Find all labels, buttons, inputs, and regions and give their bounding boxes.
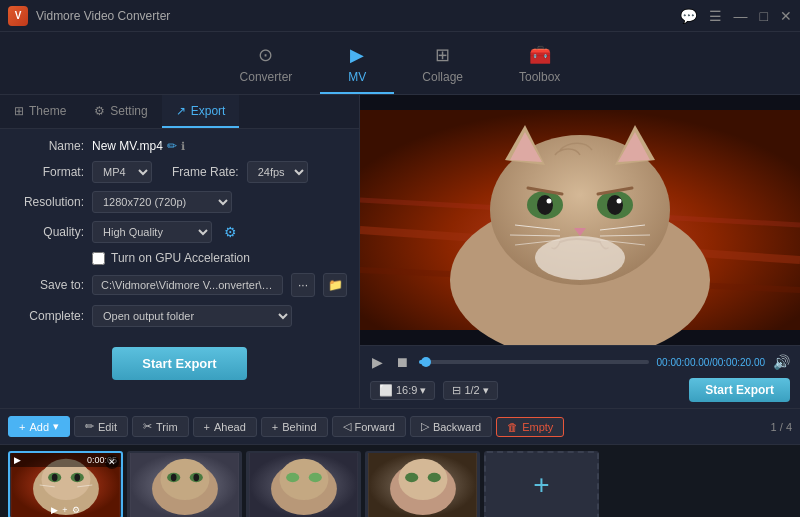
svg-point-16 [617,199,622,204]
start-export-left-button[interactable]: Start Export [112,347,246,380]
clip-1-play-icon[interactable]: ▶ [51,505,58,515]
scale-button[interactable]: ⊟ 1/2 ▾ [443,381,497,400]
svg-point-34 [74,473,80,481]
edit-label: Edit [98,421,117,433]
empty-label: Empty [522,421,553,433]
stop-button[interactable]: ⏹ [393,352,411,372]
maximize-icon[interactable]: □ [760,8,768,24]
forward-label: Forward [355,421,395,433]
edit-button[interactable]: ✏ Edit [74,416,128,437]
empty-button[interactable]: 🗑 Empty [496,417,564,437]
trim-icon: ✂ [143,420,152,433]
add-clip-button[interactable]: + [484,451,599,518]
quality-select[interactable]: High Quality Medium Quality Low Quality [92,221,212,243]
time-total: 00:00:20.00 [712,357,765,368]
save-path-display: C:\Vidmore\Vidmore V...onverter\MV Expor… [92,275,283,295]
play-button[interactable]: ▶ [370,352,385,372]
svg-point-44 [193,473,199,481]
backward-button[interactable]: ▷ Backward [410,416,492,437]
svg-point-33 [52,473,58,481]
clip-1-icon: ▶ [14,455,21,465]
clip-1-controls: ▶ + ⚙ [10,505,121,515]
saveto-folder-btn[interactable]: 📁 [323,273,347,297]
gpu-label: Turn on GPU Acceleration [111,251,250,265]
tab-export[interactable]: ↗ Export [162,95,240,128]
export-tab-icon: ↗ [176,104,186,118]
svg-point-13 [537,195,553,215]
add-chevron: ▾ [53,420,59,433]
resolution-select[interactable]: 1280x720 (720p) 1920x1080 (1080p) 854x48… [92,191,232,213]
edit-icon: ✏ [85,420,94,433]
format-select[interactable]: MP4 AVI MOV [92,161,152,183]
svg-point-14 [607,195,623,215]
progress-bar[interactable] [419,360,649,364]
forward-icon: ◁ [343,420,351,433]
titlebar: V Vidmore Video Converter 💬 ☰ — □ ✕ [0,0,800,32]
tab-theme[interactable]: ⊞ Theme [0,95,80,128]
minimize-icon[interactable]: — [734,8,748,24]
tab-export-label: Export [191,104,226,118]
add-label: Add [29,421,49,433]
backward-label: Backward [433,421,481,433]
ratio-chevron: ▾ [420,384,426,397]
message-icon[interactable]: 💬 [680,8,697,24]
clip-2[interactable] [127,451,242,518]
ahead-button[interactable]: + Ahead [193,417,257,437]
scale-icon: ⊟ [452,384,461,397]
clip-4[interactable] [365,451,480,518]
info-icon[interactable]: ℹ [181,140,185,153]
saveto-dots-btn[interactable]: ··· [291,273,315,297]
complete-select[interactable]: Open output folder Do nothing Shut down [92,305,292,327]
secondary-controls: ⬜ 16:9 ▾ ⊟ 1/2 ▾ Start Export [370,378,790,402]
nav-toolbox[interactable]: 🧰 Toolbox [491,38,588,94]
scale-chevron: ▾ [483,384,489,397]
video-preview [360,95,800,345]
clip-1[interactable]: ▶ 0:00:05 ✕ ▶ + ⚙ [8,451,123,518]
time-current: 00:00:00.00 [657,357,710,368]
trim-button[interactable]: ✂ Trim [132,416,189,437]
quality-settings-icon[interactable]: ⚙ [224,224,237,240]
format-label: Format: [12,165,84,179]
backward-icon: ▷ [421,420,429,433]
svg-point-55 [405,472,418,481]
tab-setting-label: Setting [110,104,147,118]
main-area: ⊞ Theme ⚙ Setting ↗ Export Name: New MV.… [0,95,800,408]
ratio-button[interactable]: ⬜ 16:9 ▾ [370,381,435,400]
settings-form: Name: New MV.mp4 ✏ ℹ Format: MP4 AVI MOV… [0,129,359,337]
behind-button[interactable]: + Behind [261,417,328,437]
tab-setting[interactable]: ⚙ Setting [80,95,161,128]
ratio-icon: ⬜ [379,384,393,397]
nav-converter[interactable]: ⊙ Converter [212,38,321,94]
empty-icon: 🗑 [507,421,518,433]
behind-label: Behind [282,421,316,433]
trim-label: Trim [156,421,178,433]
saveto-row: Save to: C:\Vidmore\Vidmore V...onverter… [12,273,347,297]
svg-point-26 [535,236,625,280]
theme-tab-icon: ⊞ [14,104,24,118]
clip-3[interactable] [246,451,361,518]
svg-point-50 [309,472,322,481]
progress-dot [421,357,431,367]
gpu-checkbox[interactable] [92,252,105,265]
add-button[interactable]: + Add ▾ [8,416,70,437]
volume-icon[interactable]: 🔊 [773,354,790,370]
forward-button[interactable]: ◁ Forward [332,416,406,437]
clip-1-close[interactable]: ✕ [105,455,119,469]
playback-controls: ▶ ⏹ 00:00:00.00/00:00:20.00 🔊 [370,352,790,372]
framerate-select[interactable]: 24fps 25fps 30fps [247,161,308,183]
page-count: 1 / 4 [771,421,792,433]
close-icon[interactable]: ✕ [780,8,792,24]
quality-label: Quality: [12,225,84,239]
edit-name-icon[interactable]: ✏ [167,139,177,153]
setting-tab-icon: ⚙ [94,104,105,118]
nav-mv[interactable]: ▶ MV [320,38,394,94]
menu-icon[interactable]: ☰ [709,8,722,24]
start-export-right-button[interactable]: Start Export [689,378,790,402]
clip-1-settings-icon[interactable]: ⚙ [72,505,80,515]
nav-collage[interactable]: ⊞ Collage [394,38,491,94]
complete-row: Complete: Open output folder Do nothing … [12,305,347,327]
ahead-icon: + [204,421,210,433]
bottom-toolbar: + Add ▾ ✏ Edit ✂ Trim + Ahead + Behind ◁… [0,408,800,444]
toolbox-icon: 🧰 [529,44,551,66]
clip-1-add-icon[interactable]: + [62,505,67,515]
